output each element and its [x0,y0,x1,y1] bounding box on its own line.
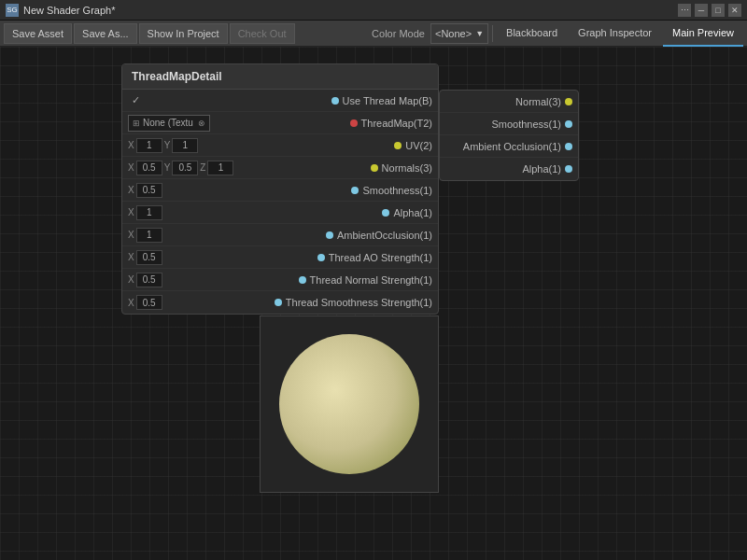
port-row-thread-ao: X Thread AO Strength(1) [122,246,438,269]
window-title: New Shader Graph* [23,5,678,16]
port-dot-uv [394,142,402,149]
uv-y-label: Y [164,140,171,150]
port-label-alpha: Alpha(1) [393,207,432,218]
color-mode-value: <None> [435,28,472,39]
title-bar: SG New Shader Graph* ⋯ ─ □ ✕ [0,0,747,21]
thread-smooth-x-input[interactable] [136,295,162,310]
output-label-alpha: Alpha(1) [522,163,561,175]
port-label-smoothness: Smoothness(1) [362,185,432,196]
output-label-smoothness: Smoothness(1) [491,119,561,130]
port-dot-thread-smooth [275,299,282,306]
preview-sphere [279,334,419,474]
normals-x-label: X [128,162,134,173]
port-dot-ao [326,231,333,239]
output-row-alpha: Alpha(1) [440,158,578,180]
normals-x-input[interactable] [136,161,162,175]
output-dot-alpha [565,165,572,173]
output-label-normal: Normal(3) [515,96,561,107]
ao-x-label: X [128,230,134,240]
thread-smooth-x-label: X [128,298,134,308]
port-dot-thread-map [350,119,358,127]
port-row-normals: X Y Z Normals(3) [122,157,438,179]
check-out-button[interactable]: Check Out [230,23,295,44]
port-label-uv: UV(2) [405,140,432,151]
port-row-alpha: X Alpha(1) [122,202,438,224]
thread-normal-x-input[interactable] [136,273,162,287]
toolbar: Save Asset Save As... Show In Project Ch… [0,21,747,47]
output-dot-normal [565,98,572,105]
tab-main-preview[interactable]: Main Preview [663,21,743,47]
texture-input[interactable]: ⊞ None (Textu ⊗ [128,115,210,132]
tab-blackboard[interactable]: Blackboard [497,21,567,47]
port-row-smoothness: X Smoothness(1) [122,179,438,202]
port-dot-use-thread-map [331,97,339,105]
output-dot-smoothness [565,120,572,128]
close-icon[interactable]: ✕ [728,4,741,17]
save-as-button[interactable]: Save As... [74,23,137,44]
output-row-normal: Normal(3) [440,91,578,113]
port-dot-normals [371,164,378,172]
uv-y-input[interactable] [172,138,198,153]
normals-y-label: Y [164,162,171,173]
output-row-smoothness: Smoothness(1) [440,113,578,135]
port-label-ao: AmbientOcclusion(1) [337,230,432,241]
chevron-down-icon: ▼ [475,29,484,38]
port-row-use-thread-map: ✓ Use Thread Map(B) [122,90,438,112]
thread-ao-x-input[interactable] [136,250,162,265]
port-dot-smoothness [351,187,359,194]
port-label-use-thread-map: Use Thread Map(B) [343,95,432,106]
node-card: ThreadMapDetail ✓ Use Thread Map(B) ⊞ No… [121,63,439,315]
main-canvas[interactable]: ThreadMapDetail ✓ Use Thread Map(B) ⊞ No… [0,47,747,560]
normals-z-input[interactable] [207,161,233,175]
thread-normal-x-label: X [128,274,134,285]
save-asset-button[interactable]: Save Asset [4,23,72,44]
node-title: ThreadMapDetail [122,64,438,90]
texture-value: None (Textu [143,118,193,128]
port-row-ambient-occlusion: X AmbientOcclusion(1) [122,224,438,246]
output-label-ao: Ambient Occlusion(1) [463,141,561,152]
uv-x-label: X [128,140,134,150]
port-label-thread-normal: Thread Normal Strength(1) [310,274,432,286]
app-icon: SG [6,4,19,17]
check-icon: ✓ [128,94,143,106]
normals-y-input[interactable] [172,161,198,175]
output-row-ambient-occlusion: Ambient Occlusion(1) [440,135,578,158]
show-in-project-button[interactable]: Show In Project [139,23,228,44]
port-row-uv: X Y UV(2) [122,134,438,157]
tab-graph-inspector[interactable]: Graph Inspector [569,21,661,47]
port-row-thread-map: ⊞ None (Textu ⊗ ThreadMap(T2) [122,112,438,134]
window-controls: ⋯ ─ □ ✕ [678,4,741,17]
port-label-thread-smooth: Thread Smoothness Strength(1) [286,297,432,308]
preview-area [260,315,439,493]
texture-icon: ⊞ [133,119,140,128]
port-dot-thread-normal [299,276,306,284]
texture-close-icon[interactable]: ⊗ [198,119,205,128]
port-label-normals: Normals(3) [382,162,432,174]
thread-ao-x-label: X [128,252,134,262]
color-mode-label: Color Mode [368,28,429,39]
port-row-thread-normal: X Thread Normal Strength(1) [122,269,438,291]
normals-z-label: Z [200,162,205,173]
port-row-thread-smoothness: X Thread Smoothness Strength(1) [122,291,438,314]
port-label-thread-map: ThreadMap(T2) [361,118,432,129]
smoothness-x-input[interactable] [136,183,162,198]
menu-dots-icon[interactable]: ⋯ [678,4,691,17]
color-mode-select[interactable]: <None> ▼ [430,23,488,44]
uv-x-input[interactable] [136,138,162,153]
output-dot-ao [565,143,572,150]
port-dot-thread-ao [317,254,325,261]
ao-x-input[interactable] [136,228,162,243]
minimize-icon[interactable]: ─ [695,4,708,17]
maximize-icon[interactable]: □ [712,4,725,17]
alpha-x-input[interactable] [136,205,162,220]
port-label-thread-ao: Thread AO Strength(1) [329,252,432,263]
output-ports-panel: Normal(3) Smoothness(1) Ambient Occlusio… [439,90,579,181]
smoothness-x-label: X [128,185,134,195]
port-dot-alpha [382,209,389,217]
alpha-x-label: X [128,207,134,217]
separator [492,25,493,42]
